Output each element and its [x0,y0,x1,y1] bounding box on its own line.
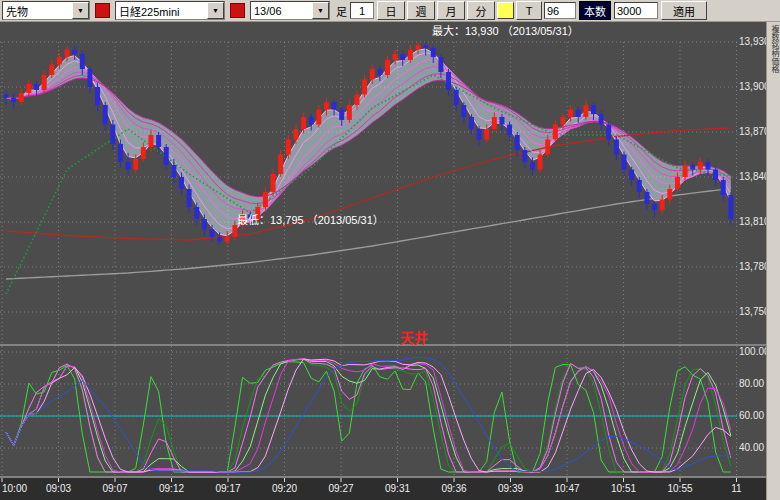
price-axis-label: 13,930 [739,36,766,47]
chevron-down-icon[interactable]: ▼ [207,2,224,19]
time-axis-label: 10:51 [611,483,636,494]
time-axis-label: 09:17 [215,483,240,494]
price-axis-label: 13,810 [739,216,766,227]
time-axis-label: 09:07 [102,483,127,494]
apply-button[interactable]: 適用 [661,1,707,20]
time-axis-label: 09:36 [441,483,466,494]
time-axis-label: 09:20 [272,483,297,494]
interval-active-indicator[interactable] [497,2,514,19]
symbol-value: 日経225mini [116,3,207,19]
ashi-label: 足 [336,3,347,19]
osc-axis-label: 60.00 [739,410,764,421]
time-axis-label: 10:47 [554,483,579,494]
chart-area[interactable]: 13,93013,90013,87013,84013,81013,78013,7… [0,22,766,500]
interval-week-button[interactable]: 週 [407,1,435,20]
side-tab-label: 複数銘柄価格 [767,25,780,73]
interval-minute-button[interactable]: 分 [467,1,495,20]
bars-button[interactable]: 本数 [579,1,611,20]
price-axis-label: 13,870 [739,126,766,137]
instrument-type-select[interactable]: 先物 ▼ [2,1,90,20]
instrument-type-value: 先物 [3,3,72,19]
tick-button[interactable]: T [516,1,542,20]
chevron-down-icon[interactable]: ▼ [72,2,89,19]
time-axis-label: 11 [731,483,742,494]
interval-month-button[interactable]: 月 [437,1,465,20]
time-axis-label: 09:03 [46,483,71,494]
symbol-color-icon [230,3,245,18]
symbol-select[interactable]: 日経225mini ▼ [115,1,225,20]
contract-month-select[interactable]: 13/06 ▼ [250,1,330,20]
chevron-down-icon[interactable]: ▼ [312,2,329,19]
toolbar: 先物 ▼ 日経225mini ▼ 13/06 ▼ 足 1 日 週 月 分 T 9… [0,0,780,22]
osc-axis-label: 100.00 [739,346,766,357]
annotation-ceiling: 天井 [400,330,428,346]
time-axis-label: 09:39 [498,483,523,494]
time-axis-label: 09:12 [159,483,184,494]
data-count-input[interactable]: 3000 [614,2,658,19]
annotation-max: 最大：13,930 （2013/05/31） [432,24,579,37]
price-axis-label: 13,750 [739,306,766,317]
osc-axis-label: 40.00 [739,442,764,453]
contract-month-value: 13/06 [251,5,312,17]
time-axis-label: 10:55 [667,483,692,494]
price-axis-label: 13,900 [739,81,766,92]
annotation-min: 最低：13,795 （2013/05/31） [237,214,384,226]
bars-count-input[interactable]: 96 [544,2,576,19]
time-axis-label: 09:31 [385,483,410,494]
price-axis-label: 13,840 [739,171,766,182]
osc-axis-label: 80.00 [739,378,764,389]
time-axis-label: 10:00 [2,483,27,494]
trading-chart-window: 先物 ▼ 日経225mini ▼ 13/06 ▼ 足 1 日 週 月 分 T 9… [0,0,780,500]
price-axis-label: 13,780 [739,261,766,272]
time-axis-label: 09:27 [328,483,353,494]
interval-day-button[interactable]: 日 [377,1,405,20]
side-tab-multi-quote[interactable]: 複数銘柄価格 [766,22,780,500]
instrument-color-icon [95,3,110,18]
interval-value-input[interactable]: 1 [350,2,374,19]
